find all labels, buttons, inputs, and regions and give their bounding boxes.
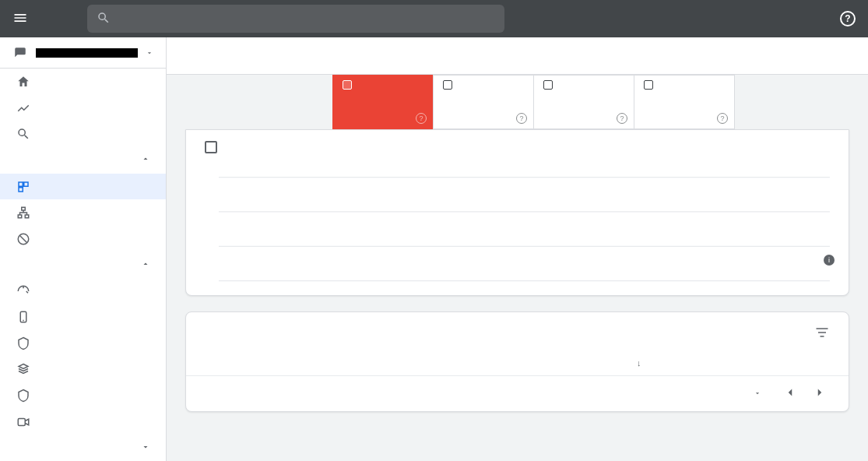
products-icon	[16, 363, 31, 377]
video-icon	[16, 415, 31, 429]
property-selector[interactable]	[0, 37, 166, 69]
url-inspect-input[interactable]	[120, 12, 495, 25]
col-type[interactable]	[256, 349, 615, 376]
card-valid[interactable]: ?	[533, 75, 634, 129]
col-validation[interactable]: ↓	[615, 349, 724, 376]
speed-icon	[16, 284, 31, 298]
sitemap-icon	[16, 206, 31, 220]
url-inspect-search[interactable]	[87, 5, 504, 33]
page-title	[167, 37, 868, 75]
sidebar-item-products[interactable]	[0, 357, 166, 383]
svg-rect-5	[25, 215, 29, 218]
checkbox-icon	[543, 80, 553, 90]
prev-page-icon[interactable]	[780, 382, 800, 405]
chevron-up-icon	[141, 154, 150, 166]
chart-info-badge[interactable]: i	[824, 255, 835, 266]
breadcrumbs-icon	[16, 336, 31, 350]
checkbox-icon	[343, 80, 352, 90]
details-table: ↓	[186, 349, 849, 376]
property-name-redacted	[36, 48, 138, 58]
help-icon[interactable]: ?	[717, 113, 728, 124]
chevron-up-icon	[141, 259, 150, 271]
sidebar-item-url-inspection[interactable]	[0, 121, 166, 148]
sidebar-item-coverage[interactable]	[0, 174, 166, 200]
hamburger-icon[interactable]	[12, 10, 28, 28]
search-icon	[97, 11, 111, 27]
checkbox-icon	[205, 141, 217, 153]
coverage-icon	[16, 180, 31, 194]
col-status[interactable]	[186, 349, 256, 376]
card-error[interactable]: ?	[332, 75, 434, 129]
sidebar-item-sitelinks-searchbox[interactable]	[0, 382, 166, 409]
chevron-down-icon	[141, 442, 150, 454]
search-icon	[16, 127, 31, 141]
sidebar-item-sitemaps[interactable]	[0, 199, 166, 226]
svg-rect-8	[18, 418, 25, 425]
svg-rect-1	[24, 182, 28, 186]
sidebar-group-security[interactable]	[0, 435, 166, 461]
table-pager	[186, 376, 849, 411]
status-cards-row: ? ? ? ?	[333, 75, 849, 129]
svg-rect-4	[18, 215, 22, 218]
help-icon[interactable]: ?	[840, 11, 856, 26]
sidebar-item-performance[interactable]	[0, 95, 166, 121]
filter-icon[interactable]	[814, 325, 830, 343]
sidebar-item-core-web-vitals[interactable]	[0, 278, 166, 304]
main-content: ? ? ? ?	[167, 37, 868, 461]
chevron-down-icon	[146, 47, 153, 59]
chart-line-icon	[16, 101, 31, 115]
checkbox-icon	[644, 80, 653, 90]
checkbox-icon	[443, 80, 452, 90]
coverage-chart: i	[205, 163, 830, 280]
property-icon	[12, 46, 28, 60]
svg-rect-3	[22, 207, 26, 210]
sitelinks-icon	[16, 389, 31, 403]
removals-icon	[16, 232, 31, 246]
sidebar-group-enhancements[interactable]	[0, 252, 166, 278]
svg-rect-2	[19, 187, 23, 191]
help-icon[interactable]: ?	[617, 113, 627, 124]
chart-card: i	[185, 129, 849, 296]
col-trend[interactable]	[724, 349, 794, 376]
sidebar-item-removals[interactable]	[0, 226, 166, 252]
sidebar-item-mobile-usability[interactable]	[0, 304, 166, 331]
sidebar-group-index[interactable]	[0, 147, 166, 174]
next-page-icon[interactable]	[810, 382, 830, 405]
sidebar-item-overview[interactable]	[0, 69, 166, 95]
top-bar: ?	[0, 0, 868, 37]
impressions-toggle[interactable]	[205, 141, 830, 153]
svg-rect-0	[19, 182, 23, 186]
chart-svg	[219, 167, 830, 286]
sidebar-item-breadcrumbs[interactable]	[0, 330, 166, 357]
card-excluded[interactable]: ?	[634, 75, 735, 129]
help-icon[interactable]: ?	[416, 113, 427, 124]
card-valid-warnings[interactable]: ?	[433, 75, 534, 129]
chevron-down-icon[interactable]	[754, 389, 761, 399]
mobile-icon	[16, 310, 31, 324]
help-icon[interactable]: ?	[516, 113, 527, 124]
sort-desc-icon: ↓	[637, 358, 641, 368]
sidebar	[0, 37, 167, 461]
col-pages[interactable]	[794, 349, 849, 376]
sidebar-item-videos[interactable]	[0, 409, 166, 435]
home-icon	[16, 75, 31, 89]
details-card: ↓	[185, 311, 849, 412]
